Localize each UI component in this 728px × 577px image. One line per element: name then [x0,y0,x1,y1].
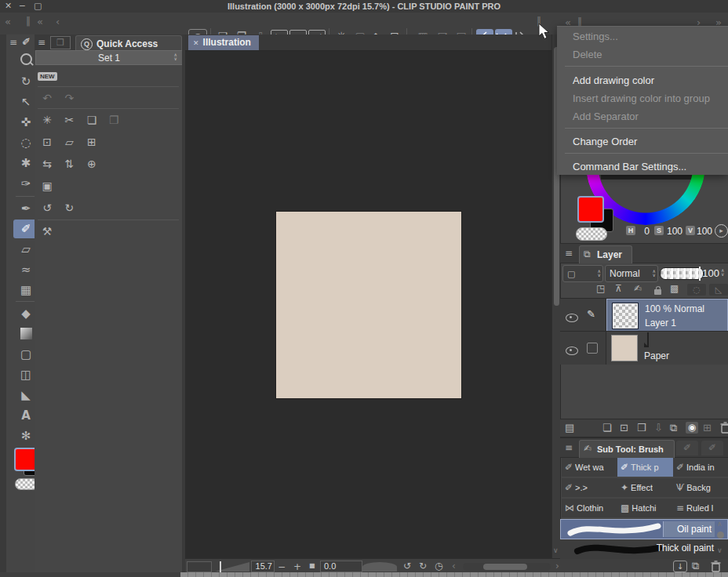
set-selector[interactable]: Set 1 ∧∨ [35,50,183,65]
paper-thumbnail[interactable] [611,335,638,361]
copy-icon[interactable]: ❏ [82,110,101,130]
subtool-tab-3-icon[interactable]: ✐ [701,441,723,455]
enable-mask-icon[interactable]: ◌ [687,284,706,296]
tool-menu-icon[interactable]: ≡ [9,38,17,47]
subtool-group-clothing[interactable]: ⋈Clothin [562,499,619,517]
subtool-group-india[interactable]: ✐India in [673,458,728,477]
new-folder-icon[interactable]: ❒ [637,423,646,433]
mesh-transform-icon[interactable]: ⊞ [82,132,101,152]
paper-visibility-icon[interactable] [566,347,578,355]
window-resize-edge[interactable] [180,572,728,577]
new-badge-icon[interactable]: NEW [38,72,57,81]
ruler-visibility-icon[interactable]: ◺ [709,284,728,296]
layer-1-name[interactable]: Layer 1 [645,318,676,328]
opacity-slider-handle[interactable] [699,267,701,281]
flip-vertical-icon[interactable]: ⇅ [60,154,78,174]
close-tab-icon[interactable]: ✕ [193,39,199,47]
opacity-value[interactable]: 100 [702,267,719,279]
subtool-tab-2-icon[interactable]: ✐ [676,441,698,455]
subtool-group-wet[interactable]: ✐Wet wa [562,458,619,477]
clear-icon[interactable]: ✳ [38,110,56,130]
layer-color-dropdown[interactable]: ▢ ∧∨ [562,265,603,282]
rotation-value[interactable]: 0.0 [320,561,362,572]
reset-rotation-icon[interactable]: ◷ [435,561,442,571]
panel-grip-icon[interactable]: ‖ [26,16,31,26]
layer-row-2[interactable]: Paper [560,331,728,365]
delete-layer-icon[interactable] [720,422,728,437]
layer-1-thumbnail[interactable] [612,303,639,329]
quick-access-menu-icon[interactable]: ≡ [38,38,46,47]
layer-row-2-body[interactable]: Paper [606,332,728,365]
scale-rotate-icon[interactable]: ⊡ [38,132,56,152]
opacity-slider[interactable] [660,267,704,280]
layer-panel-view-icon[interactable]: ▤ [565,423,574,433]
rotate-right-icon[interactable]: ↻ [60,198,78,218]
scroll-left-icon[interactable]: ‹ [452,561,456,571]
undo-icon[interactable]: ↶ [38,88,56,108]
layer-1-visibility-icon[interactable] [566,314,578,322]
scrollbar-thumb[interactable] [717,532,724,539]
lock-layer-icon[interactable] [654,289,661,295]
new-vector-layer-icon[interactable]: ⊡ [620,423,628,433]
scroll-up-icon[interactable]: ∧ [717,521,723,528]
menu-item-add-drawing-color[interactable]: Add drawing color [557,71,728,89]
wrench-icon[interactable]: ⚒ [38,221,56,241]
opacity-stepper-icon[interactable]: ∧∨ [721,269,726,277]
quick-access-tab[interactable]: Q Quick Access [75,35,182,51]
document-tab[interactable]: ✕Illustration [188,35,259,50]
fit-to-screen-icon[interactable]: ■ [309,563,315,569]
color-set-toggle-icon[interactable]: ▸ [715,224,728,238]
scroll-right-icon[interactable]: › [555,561,559,571]
rotation-slider[interactable] [362,562,397,572]
zoom-value[interactable]: 15.7 [251,561,275,572]
transfer-down-icon[interactable]: ⇩ [654,423,663,433]
paste-icon[interactable]: ❐ [104,110,123,130]
collapse-left-icon[interactable]: « [5,16,11,27]
collapse-left-icon-2[interactable]: « [37,16,43,27]
subtool-tab[interactable]: ✍ Sub Tool: Brush [579,440,675,458]
canvas-paper[interactable] [276,212,461,398]
zoom-in-icon[interactable]: + [293,562,301,572]
zoom-out-icon[interactable]: − [278,562,286,572]
paper-name[interactable]: Paper [644,350,669,361]
brush-row-thick-oil-paint[interactable]: Thick oil paint [560,539,728,560]
draft-layer-icon[interactable]: ✍ [634,284,642,293]
subtool-group-background[interactable]: ѰBackg [673,478,728,497]
main-color-swatch[interactable] [577,196,604,223]
rotate-left-icon[interactable]: ↺ [38,198,56,218]
menu-item-change-order[interactable]: Change Order [557,132,728,151]
zoom-slider-handle[interactable] [220,561,221,572]
import-subtool-icon[interactable]: ↓ [673,561,687,572]
merge-down-icon[interactable]: ⧉ [670,423,677,433]
subtool-group-marker[interactable]: ✐>.> [562,478,619,497]
cut-icon[interactable]: ✂ [60,110,78,130]
new-layer-icon[interactable]: ❏ [602,423,612,433]
layer-row-1-selected[interactable]: 100 % Normal Layer 1 [606,299,728,332]
subtool-group-hatching[interactable]: ▩Hatchi [617,499,675,517]
clip-below-icon[interactable]: ◳ [596,284,605,293]
transparent-swatch[interactable] [576,227,607,241]
set-stepper-icon[interactable]: ∧∨ [174,53,179,61]
subtool-group-ruled[interactable]: ≡Ruled l [673,499,728,517]
free-transform-icon[interactable]: ▱ [60,132,78,152]
move-rotate-icon[interactable]: ⊕ [82,154,101,174]
lock-transparency-icon[interactable]: ▩ [670,284,679,293]
duplicate-subtool-icon[interactable]: ⧉ [692,561,699,571]
rotate-cw-icon[interactable]: ↻ [419,561,427,571]
flip-horizontal-icon[interactable]: ⇆ [38,154,56,174]
subtool-group-thick-selected[interactable]: ✐Thick p [617,458,675,477]
menu-item-command-bar-settings[interactable]: Command Bar Settings... [557,158,728,176]
brush-row-oil-paint-selected[interactable]: Oil paint [560,519,728,539]
screen-material-icon[interactable]: ▣ [38,176,56,196]
layer-menu-icon[interactable]: ≡ [565,249,573,258]
brush-list-scrollbar[interactable]: ∧ ∨ [715,519,726,558]
navigator-preview[interactable] [187,561,212,572]
scroll-down-icon[interactable]: ∨ [553,547,559,554]
material-dock-icon[interactable]: ❒ [50,36,71,49]
rotate-ccw-icon[interactable]: ↺ [403,561,411,571]
subtool-group-effect[interactable]: ✦Effect [617,478,675,497]
history-back-icon[interactable]: ‹ [56,16,60,27]
subtool-menu-icon[interactable]: ≡ [565,443,573,452]
blend-mode-dropdown[interactable]: Normal ∧∨ [605,265,658,282]
horizontal-scrollbar-thumb[interactable] [483,564,527,570]
